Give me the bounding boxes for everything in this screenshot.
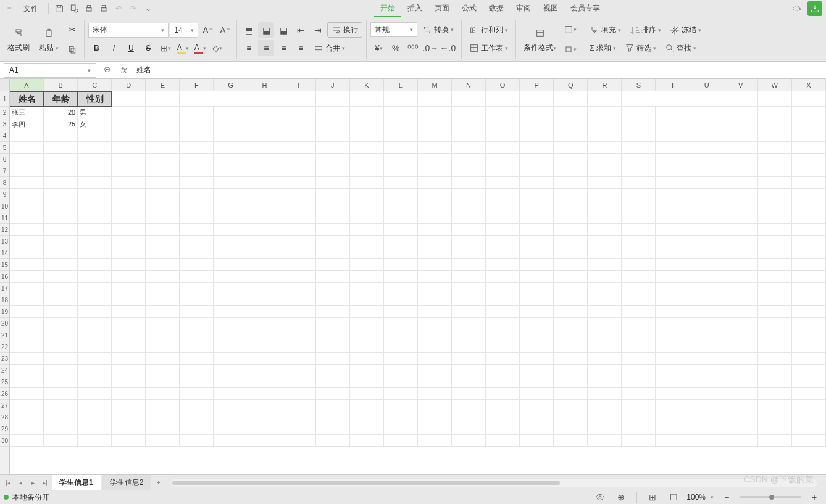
cell[interactable]: [758, 411, 792, 423]
cell[interactable]: [350, 388, 384, 400]
cell[interactable]: [282, 107, 316, 118]
cell[interactable]: [78, 306, 112, 318]
cell[interactable]: [554, 435, 588, 447]
tab-page[interactable]: 页面: [428, 1, 456, 17]
cell[interactable]: [622, 224, 656, 236]
cell[interactable]: [418, 165, 452, 177]
cell[interactable]: [520, 411, 554, 423]
cell[interactable]: [248, 259, 282, 271]
tab-first-icon[interactable]: |◂: [2, 477, 14, 489]
cell[interactable]: [44, 212, 78, 224]
cell[interactable]: [350, 435, 384, 447]
cell[interactable]: [588, 435, 622, 447]
cell[interactable]: [418, 411, 452, 423]
cell[interactable]: [622, 107, 656, 118]
cell[interactable]: [758, 91, 792, 107]
format-painter-button[interactable]: 格式刷: [4, 25, 33, 54]
cell[interactable]: [452, 236, 486, 247]
cell[interactable]: [384, 294, 418, 306]
cell[interactable]: [316, 423, 350, 435]
cell[interactable]: [792, 247, 826, 259]
cell[interactable]: [792, 118, 826, 130]
cell[interactable]: [384, 247, 418, 259]
underline-button[interactable]: U: [123, 40, 139, 56]
cell[interactable]: [724, 400, 758, 411]
cell[interactable]: [146, 247, 180, 259]
cell[interactable]: [214, 318, 248, 329]
cell[interactable]: [622, 177, 656, 189]
cell[interactable]: [656, 259, 690, 271]
cell[interactable]: [180, 165, 214, 177]
cell[interactable]: [588, 212, 622, 224]
cell[interactable]: [214, 165, 248, 177]
cell[interactable]: [724, 142, 758, 154]
cell[interactable]: [588, 341, 622, 353]
increase-font-icon[interactable]: A⁺: [199, 22, 215, 38]
zoom-value[interactable]: 100%: [686, 493, 706, 502]
cell[interactable]: [724, 423, 758, 435]
cell[interactable]: [486, 388, 520, 400]
cell[interactable]: [350, 91, 384, 107]
cell[interactable]: [180, 107, 214, 118]
cell[interactable]: [656, 411, 690, 423]
cell[interactable]: [724, 259, 758, 271]
font-select[interactable]: 宋体▾: [88, 23, 169, 38]
cell[interactable]: [622, 294, 656, 306]
row-header[interactable]: 24: [0, 365, 9, 376]
cell[interactable]: [656, 271, 690, 283]
cell[interactable]: [146, 189, 180, 200]
cell[interactable]: [10, 224, 44, 236]
cell[interactable]: [554, 388, 588, 400]
cell[interactable]: [690, 154, 724, 165]
cell[interactable]: [44, 376, 78, 388]
cell[interactable]: [656, 388, 690, 400]
cell[interactable]: [520, 247, 554, 259]
cell[interactable]: [452, 294, 486, 306]
cell[interactable]: [486, 329, 520, 341]
cell[interactable]: [146, 154, 180, 165]
cell[interactable]: [316, 200, 350, 212]
cell[interactable]: [214, 91, 248, 107]
cell[interactable]: [554, 341, 588, 353]
cell[interactable]: 女: [78, 118, 112, 130]
cell[interactable]: 张三: [10, 107, 44, 118]
cell[interactable]: [554, 236, 588, 247]
indent-dec-icon[interactable]: ⇤: [293, 22, 309, 38]
increase-decimal-icon[interactable]: .0→: [422, 40, 438, 56]
cell[interactable]: [554, 224, 588, 236]
cell[interactable]: [792, 294, 826, 306]
cell[interactable]: [214, 142, 248, 154]
cell[interactable]: [690, 329, 724, 341]
cell[interactable]: [350, 423, 384, 435]
cell[interactable]: [44, 165, 78, 177]
cell[interactable]: [214, 376, 248, 388]
cell[interactable]: [622, 411, 656, 423]
cell[interactable]: [44, 400, 78, 411]
cell[interactable]: [724, 388, 758, 400]
col-header-K[interactable]: K: [350, 79, 384, 91]
cell[interactable]: [350, 154, 384, 165]
cell[interactable]: [690, 271, 724, 283]
cell[interactable]: [248, 165, 282, 177]
cell[interactable]: [724, 200, 758, 212]
cell[interactable]: [112, 154, 146, 165]
cell[interactable]: [690, 142, 724, 154]
cell[interactable]: [146, 341, 180, 353]
cell[interactable]: [520, 130, 554, 142]
cell[interactable]: [384, 271, 418, 283]
cell[interactable]: [112, 353, 146, 365]
col-header-S[interactable]: S: [622, 79, 656, 91]
cell[interactable]: [792, 130, 826, 142]
cell[interactable]: [112, 376, 146, 388]
cell[interactable]: [724, 341, 758, 353]
cell[interactable]: [112, 200, 146, 212]
cell[interactable]: [724, 212, 758, 224]
cell[interactable]: [452, 365, 486, 376]
cell[interactable]: [282, 353, 316, 365]
cell[interactable]: [350, 400, 384, 411]
cell[interactable]: [520, 236, 554, 247]
cell[interactable]: [724, 91, 758, 107]
cell[interactable]: [758, 365, 792, 376]
cell[interactable]: [452, 271, 486, 283]
cell[interactable]: [112, 165, 146, 177]
